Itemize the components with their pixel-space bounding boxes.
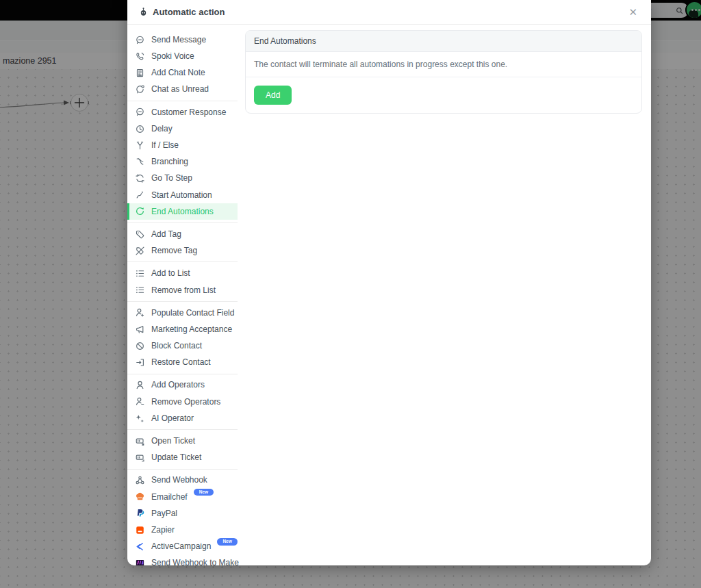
sidebar-item-label: Add Tag xyxy=(151,229,181,239)
sidebar-item-send-webhook[interactable]: Send Webhook xyxy=(127,472,238,489)
modal-header: Automatic action ✕ xyxy=(127,0,651,25)
list-icon xyxy=(135,268,145,279)
sidebar-item-label: ActiveCampaign xyxy=(151,541,211,551)
sidebar-item-label: Send Webhook xyxy=(151,475,207,485)
sidebar-item-label: Emailchef xyxy=(151,492,188,502)
automatic-action-modal: Automatic action ✕ Send MessageSpoki Voi… xyxy=(127,0,651,565)
sidebar-item-paypal[interactable]: PayPal xyxy=(127,505,238,522)
sidebar-item-label: Send Webhook to Make xyxy=(151,558,239,565)
sidebar-item-add-chat-note[interactable]: Add Chat Note xyxy=(127,64,238,81)
sidebar-item-label: Remove Tag xyxy=(151,246,197,255)
sidebar-group: Populate Contact FieldMarketing Acceptan… xyxy=(127,302,238,374)
sidebar-item-label: Block Contact xyxy=(151,341,202,350)
sidebar-item-label: Remove Operators xyxy=(151,397,220,407)
sidebar-item-label: Add Operators xyxy=(151,380,205,389)
activecampaign-icon xyxy=(135,541,145,552)
sidebar-item-label: Customer Response xyxy=(151,107,226,117)
sidebar-item-zapier[interactable]: Zapier xyxy=(127,522,238,538)
sidebar-item-go-to-step[interactable]: Go To Step xyxy=(127,170,238,187)
sidebar-item-label: Spoki Voice xyxy=(151,51,194,61)
card-footer: Add xyxy=(246,77,641,113)
sidebar-item-label: PayPal xyxy=(151,509,177,518)
sidebar-item-ai-operator[interactable]: AI Operator xyxy=(127,410,238,426)
sidebar-item-restore-contact[interactable]: Restore Contact xyxy=(127,354,238,370)
sidebar-item-open-ticket[interactable]: Open Ticket xyxy=(127,433,238,449)
tag-icon xyxy=(135,229,145,240)
sidebar-item-label: Remove from List xyxy=(151,285,216,295)
person-minus-icon xyxy=(135,396,145,407)
sidebar-item-label: Chat as Unread xyxy=(151,84,209,94)
sidebar-item-label: Marketing Acceptance xyxy=(151,324,232,334)
split-icon xyxy=(135,140,145,151)
sidebar-item-label: If / Else xyxy=(151,140,179,150)
sparkles-icon xyxy=(135,413,145,424)
sidebar-item-delay[interactable]: Delay xyxy=(127,120,238,137)
sidebar-item-emailchef[interactable]: EmailchefNew xyxy=(127,489,238,505)
end-automations-card: End Automations The contact will termina… xyxy=(245,30,642,114)
sidebar-item-remove-from-list[interactable]: Remove from List xyxy=(127,282,238,298)
sidebar-group: Add OperatorsRemove OperatorsAI Operator xyxy=(127,374,238,431)
new-badge: New xyxy=(194,489,214,496)
sidebar-item-add-tag[interactable]: Add Tag xyxy=(127,226,238,242)
person-icon xyxy=(135,380,145,390)
phone-wave-icon xyxy=(135,51,145,62)
ticket-update-icon xyxy=(135,452,145,463)
list-icon xyxy=(135,285,145,295)
sidebar-item-spoki-voice[interactable]: Spoki Voice xyxy=(127,48,238,64)
sidebar-item-label: Zapier xyxy=(151,525,175,535)
sidebar-item-if-else[interactable]: If / Else xyxy=(127,137,238,153)
sidebar-item-label: Open Ticket xyxy=(151,436,195,446)
sidebar-item-remove-operators[interactable]: Remove Operators xyxy=(127,394,238,410)
ticket-icon xyxy=(135,436,145,446)
sidebar-group: Send WebhookEmailchefNewPayPalZapierActi… xyxy=(127,470,238,566)
start-automation-icon xyxy=(135,190,145,200)
zapier-icon xyxy=(135,525,145,535)
restore-icon xyxy=(135,357,145,368)
sidebar-group: Send MessageSpoki VoiceAdd Chat NoteChat… xyxy=(127,29,238,101)
sidebar-item-send-message[interactable]: Send Message xyxy=(127,31,238,48)
sidebar-item-branching[interactable]: Branching xyxy=(127,153,238,170)
megaphone-icon xyxy=(135,324,145,335)
make-icon xyxy=(135,558,145,565)
sidebar-item-activecampaign[interactable]: ActiveCampaignNew xyxy=(127,538,238,554)
sidebar-item-label: Populate Contact Field xyxy=(151,308,234,318)
note-icon xyxy=(135,68,145,78)
sidebar-item-add-operators[interactable]: Add Operators xyxy=(127,377,238,394)
paypal-icon xyxy=(135,508,145,518)
bot-icon xyxy=(138,7,149,17)
sidebar-item-end-automations[interactable]: End Automations xyxy=(127,203,238,220)
chat-bubble-icon xyxy=(135,107,145,117)
sidebar-group: Customer ResponseDelayIf / ElseBranching… xyxy=(127,101,238,223)
person-plus-icon xyxy=(135,307,145,318)
action-sidebar: Send MessageSpoki VoiceAdd Chat NoteChat… xyxy=(127,25,238,565)
refresh-icon xyxy=(135,173,145,183)
sidebar-item-label: Delay xyxy=(151,124,173,133)
sidebar-item-remove-tag[interactable]: Remove Tag xyxy=(127,242,238,259)
sidebar-item-marketing-acceptance[interactable]: Marketing Acceptance xyxy=(127,321,238,337)
close-icon[interactable]: ✕ xyxy=(627,7,639,17)
block-icon xyxy=(135,341,145,351)
sidebar-group: Add TagRemove Tag xyxy=(127,223,238,262)
card-title: End Automations xyxy=(246,31,641,52)
new-badge: New xyxy=(217,538,237,546)
sidebar-item-label: Send Message xyxy=(151,35,206,44)
sidebar-item-customer-response[interactable]: Customer Response xyxy=(127,104,238,120)
sidebar-item-label: Branching xyxy=(151,157,188,166)
sidebar-item-block-contact[interactable]: Block Contact xyxy=(127,337,238,354)
sidebar-item-send-webhook-to-make[interactable]: Send Webhook to Make xyxy=(127,554,238,565)
card-description: The contact will terminate all automatio… xyxy=(246,52,641,77)
sidebar-item-add-to-list[interactable]: Add to List xyxy=(127,265,238,281)
clock-icon xyxy=(135,124,145,134)
sidebar-item-label: AI Operator xyxy=(151,413,194,423)
add-button[interactable]: Add xyxy=(254,86,292,105)
sidebar-item-label: Update Ticket xyxy=(151,452,201,462)
sidebar-item-update-ticket[interactable]: Update Ticket xyxy=(127,449,238,465)
action-detail-panel: End Automations The contact will termina… xyxy=(238,25,651,565)
sidebar-item-label: Go To Step xyxy=(151,173,192,183)
end-automation-icon xyxy=(135,206,145,216)
sidebar-item-chat-as-unread[interactable]: Chat as Unread xyxy=(127,81,238,98)
sidebar-item-start-automation[interactable]: Start Automation xyxy=(127,187,238,203)
branch-icon xyxy=(135,157,145,167)
sidebar-item-populate-contact-field[interactable]: Populate Contact Field xyxy=(127,305,238,321)
webhook-icon xyxy=(135,475,145,485)
